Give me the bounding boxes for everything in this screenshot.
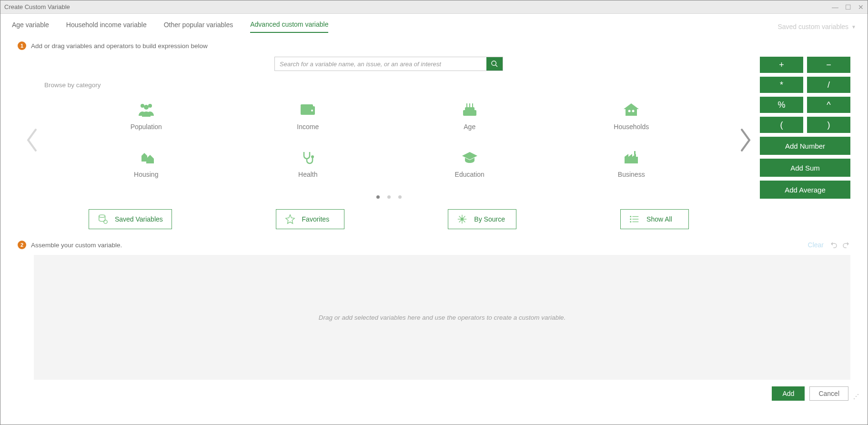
category-business[interactable]: Business <box>551 150 713 178</box>
titlebar: Create Custom Variable — ☐ ✕ <box>0 0 868 14</box>
by-source-button[interactable]: By Source <box>448 209 516 229</box>
category-label: Age <box>464 123 475 131</box>
button-label: Favorites <box>302 215 330 223</box>
svg-line-26 <box>459 221 461 223</box>
carousel-dot-3[interactable] <box>398 195 402 199</box>
category-housing[interactable]: Housing <box>65 150 227 178</box>
add-button[interactable]: Add <box>772 386 805 401</box>
operator-divide[interactable]: / <box>807 77 850 93</box>
svg-rect-4 <box>301 104 313 107</box>
svg-rect-9 <box>469 103 470 107</box>
svg-point-18 <box>461 218 464 221</box>
svg-point-30 <box>630 216 631 217</box>
step2-badge: 2 <box>18 241 26 249</box>
undo-icon[interactable] <box>829 241 838 249</box>
carousel-prev[interactable] <box>18 128 46 152</box>
operator-lparen[interactable]: ( <box>760 117 803 133</box>
step1-text: Add or drag variables and operators to b… <box>31 42 208 50</box>
carousel-dots <box>18 195 760 199</box>
saved-variables-button[interactable]: Saved Variables <box>89 209 172 229</box>
saved-custom-variables-label: Saved custom variables <box>777 23 848 30</box>
tab-other-popular[interactable]: Other popular variables <box>164 21 233 32</box>
cancel-button[interactable]: Cancel <box>809 386 848 401</box>
add-sum-button[interactable]: Add Sum <box>760 159 850 177</box>
operator-minus[interactable]: − <box>807 57 850 73</box>
step2-header: 2 Assemble your custom variable. Clear <box>0 229 868 252</box>
svg-point-11 <box>628 110 631 112</box>
operator-rparen[interactable]: ) <box>807 117 850 133</box>
carousel-dot-2[interactable] <box>387 195 391 199</box>
operator-multiply[interactable]: * <box>760 77 803 93</box>
svg-rect-15 <box>634 151 636 155</box>
category-label: Housing <box>134 171 158 178</box>
tab-household-income[interactable]: Household income variable <box>66 21 147 32</box>
svg-point-32 <box>630 222 631 223</box>
svg-point-12 <box>632 110 635 112</box>
factory-icon <box>622 150 641 165</box>
tab-age-variable[interactable]: Age variable <box>12 21 49 32</box>
category-label: Education <box>455 171 484 178</box>
close-button[interactable]: ✕ <box>858 3 864 11</box>
svg-point-0 <box>141 104 144 108</box>
step1-header: 1 Add or drag variables and operators to… <box>0 33 868 50</box>
browse-by-category-label: Browse by category <box>44 81 760 89</box>
category-label: Income <box>297 123 319 131</box>
resize-grip[interactable]: ⋰ <box>853 393 859 401</box>
svg-point-16 <box>99 215 105 218</box>
category-label: Business <box>618 171 645 178</box>
svg-rect-8 <box>466 103 467 107</box>
add-number-button[interactable]: Add Number <box>760 137 850 155</box>
category-label: Households <box>614 123 649 131</box>
saved-custom-variables-dropdown[interactable]: Saved custom variables ▼ <box>777 23 856 30</box>
svg-point-1 <box>148 104 152 108</box>
search-box <box>274 57 503 71</box>
houses-icon <box>137 150 156 165</box>
list-icon <box>629 214 640 224</box>
category-income[interactable]: Income <box>227 102 389 131</box>
category-label: Population <box>131 123 162 131</box>
carousel-dot-1[interactable] <box>376 195 380 199</box>
tab-advanced-custom[interactable]: Advanced custom variable <box>250 20 328 33</box>
operator-percent[interactable]: % <box>760 97 803 113</box>
graduation-cap-icon <box>460 150 479 165</box>
clear-link[interactable]: Clear <box>808 241 824 249</box>
carousel-next[interactable] <box>731 128 760 152</box>
drop-hint: Drag or add selected variables here and … <box>319 314 566 321</box>
svg-line-24 <box>464 221 465 223</box>
minimize-button[interactable]: — <box>832 3 838 11</box>
category-households[interactable]: Households <box>551 102 713 131</box>
svg-rect-10 <box>472 103 473 107</box>
category-health[interactable]: Health <box>227 150 389 178</box>
step2-text: Assemble your custom variable. <box>31 242 122 249</box>
category-population[interactable]: Population <box>65 102 227 131</box>
category-age[interactable]: Age <box>389 102 551 131</box>
svg-point-5 <box>311 110 313 111</box>
people-icon <box>137 102 156 117</box>
house-people-icon <box>622 102 641 117</box>
favorites-button[interactable]: Favorites <box>276 209 344 229</box>
operator-plus[interactable]: + <box>760 57 803 73</box>
search-button[interactable] <box>486 57 503 71</box>
button-label: By Source <box>474 215 505 223</box>
operator-power[interactable]: ^ <box>807 97 850 113</box>
window-title: Create Custom Variable <box>4 3 832 10</box>
redo-icon[interactable] <box>842 241 850 249</box>
stethoscope-icon <box>298 150 317 165</box>
svg-point-31 <box>630 219 631 220</box>
expression-drop-area[interactable]: Drag or add selected variables here and … <box>34 255 850 380</box>
category-carousel: Population Income Age <box>18 93 760 187</box>
svg-line-23 <box>459 216 461 218</box>
svg-point-13 <box>311 155 314 158</box>
svg-point-2 <box>144 105 149 110</box>
category-education[interactable]: Education <box>389 150 551 178</box>
database-icon <box>98 214 108 224</box>
svg-rect-7 <box>465 107 474 111</box>
show-all-button[interactable]: Show All <box>620 209 689 229</box>
button-label: Saved Variables <box>115 215 163 223</box>
operator-panel: + − * / % ^ ( ) Add Number Add Sum Add A… <box>760 55 850 229</box>
star-icon <box>285 214 295 224</box>
category-label: Health <box>298 171 317 178</box>
search-input[interactable] <box>275 57 486 71</box>
maximize-button[interactable]: ☐ <box>845 3 851 11</box>
add-average-button[interactable]: Add Average <box>760 181 850 199</box>
